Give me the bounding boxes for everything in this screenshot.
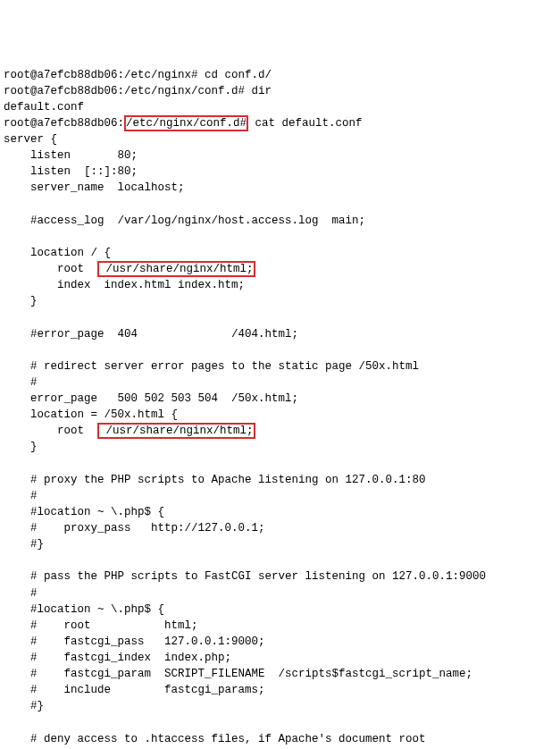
config-line: # proxy_pass http://127.0.0.1; [4,522,265,534]
config-line: #error_page 404 /404.html; [4,328,298,341]
config-line: server { [4,133,57,146]
config-line: root /usr/share/nginx/html; [4,261,255,277]
shell-prompt: root@a7efcb88db06:/etc/nginx# [4,69,205,81]
config-line: # deny access to .htaccess files, if Apa… [4,733,426,745]
config-line: # pass the PHP scripts to FastCGI server… [4,570,486,583]
config-line: listen [::]:80; [4,165,138,178]
config-line: #location ~ \.php$ { [4,603,164,616]
config-line: # root html; [4,619,198,632]
config-line: #access_log /var/log/nginx/host.access.l… [4,215,365,227]
config-line: # proxy the PHP scripts to Apache listen… [4,474,426,486]
config-line: # fastcgi_param SCRIPT_FILENAME /scripts… [4,668,472,680]
config-line: # [4,587,38,600]
config-line: server_name localhost; [4,181,185,194]
output-line: default.conf [4,101,84,114]
config-line: # [4,376,38,389]
config-line: listen 80; [4,149,138,162]
config-line: #} [4,538,44,551]
config-line: } [4,295,38,307]
config-line: } [4,441,38,453]
highlight-path: /etc/nginx/conf.d# [124,115,248,131]
config-line: # fastcgi_pass 127.0.0.1:9000; [4,635,265,648]
shell-command: cat default.conf [248,117,363,130]
highlight-root-path: /usr/share/nginx/html; [97,261,255,277]
config-line: # fastcgi_index index.php; [4,652,231,664]
prompt-line: root@a7efcb88db06:/etc/nginx/conf.d# dir [4,85,272,97]
config-line: # [4,490,38,502]
prompt-line: root@a7efcb88db06:/etc/nginx/conf.d# cat… [4,115,363,131]
config-line: location = /50x.html { [4,408,178,421]
highlight-root-path: /usr/share/nginx/html; [97,423,255,439]
shell-prompt-prefix: root@a7efcb88db06: [4,117,124,130]
terminal-output: root@a7efcb88db06:/etc/nginx# cd conf.d/… [0,65,560,750]
config-line: # redirect server error pages to the sta… [4,360,419,373]
config-line: location / { [4,247,111,259]
prompt-line: root@a7efcb88db06:/etc/nginx# cd conf.d/ [4,69,272,81]
config-line: index index.html index.htm; [4,279,245,291]
config-text: root [4,425,97,437]
shell-command: dir [252,85,272,97]
shell-command: cd conf.d/ [205,69,272,81]
config-text: root [4,263,97,275]
shell-prompt: root@a7efcb88db06:/etc/nginx/conf.d# [4,85,252,97]
config-line: #} [4,700,44,712]
config-line: # include fastcgi_params; [4,684,265,696]
config-line: root /usr/share/nginx/html; [4,423,255,439]
config-line: error_page 500 502 503 504 /50x.html; [4,392,298,405]
config-line: #location ~ \.php$ { [4,506,164,518]
